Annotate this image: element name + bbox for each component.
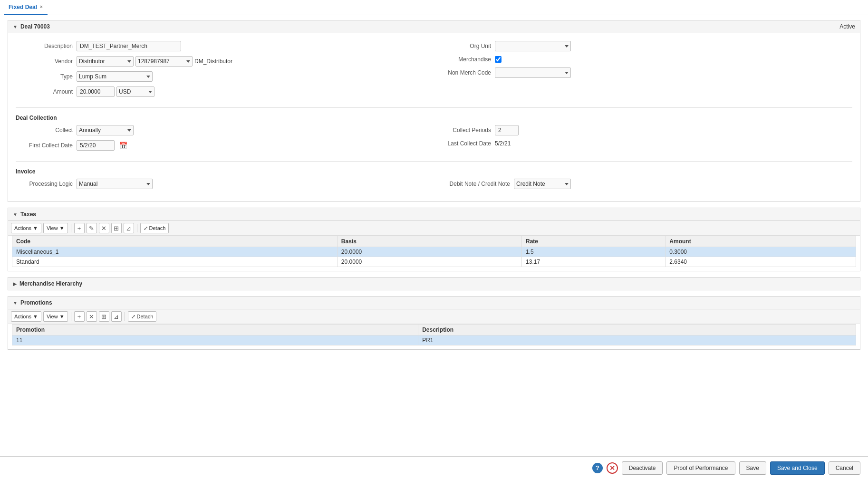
- deal-collection-right: Collect Periods Last Collect Date 5/2/21: [434, 123, 852, 157]
- type-select[interactable]: Lump Sum: [77, 71, 153, 82]
- invoice-right: Debit Note / Credit Note Credit Note: [434, 177, 852, 196]
- collect-select[interactable]: Annually: [77, 125, 134, 135]
- proof-of-performance-button[interactable]: Proof of Performance: [666, 461, 735, 475]
- cancel-button[interactable]: Cancel: [829, 461, 860, 475]
- vendor-name: DM_Distributor: [194, 58, 232, 65]
- taxes-grid-btn[interactable]: ⊞: [111, 223, 122, 233]
- non-merch-code-row: Non Merch Code: [434, 67, 852, 78]
- taxes-collapse-icon[interactable]: ▼: [13, 212, 18, 217]
- calendar-icon[interactable]: 📅: [119, 142, 127, 149]
- taxes-filter-btn[interactable]: ⊿: [124, 223, 134, 233]
- promotions-detach-btn[interactable]: ⤢ Detach: [128, 311, 157, 322]
- deal-status: Active: [839, 23, 855, 30]
- tab-label: Fixed Deal: [9, 4, 37, 10]
- deactivate-button[interactable]: Deactivate: [622, 461, 663, 475]
- taxes-cell-code: Standard: [12, 257, 338, 267]
- save-button[interactable]: Save: [739, 461, 766, 475]
- table-row[interactable]: 11 PR1: [12, 335, 856, 345]
- amount-input[interactable]: [77, 86, 115, 97]
- taxes-cell-amount: 2.6340: [665, 257, 856, 267]
- promotions-header-row: Promotion Description: [12, 325, 856, 335]
- collapse-icon[interactable]: ▼: [13, 24, 18, 29]
- description-input[interactable]: [77, 41, 181, 51]
- debit-credit-select[interactable]: Credit Note: [514, 179, 571, 189]
- collect-label: Collect: [16, 127, 73, 134]
- vendor-type-select[interactable]: Distributor: [77, 56, 134, 67]
- deal-section-header: ▼ Deal 70003 Active: [8, 20, 860, 33]
- taxes-table-wrapper: Code Basis Rate Amount Miscellaneous_1 2…: [8, 236, 860, 271]
- taxes-add-btn[interactable]: +: [74, 223, 85, 233]
- processing-logic-row: Processing Logic Manual: [16, 179, 434, 189]
- deal-form: Description Vendor Distributor 128798798…: [16, 39, 852, 104]
- taxes-cell-amount: 0.3000: [665, 247, 856, 257]
- description-label: Description: [16, 43, 73, 49]
- org-unit-row: Org Unit: [434, 41, 852, 51]
- vendor-row: Vendor Distributor 1287987987 DM_Distrib…: [16, 56, 434, 67]
- collect-periods-label: Collect Periods: [434, 127, 491, 134]
- non-merch-code-select[interactable]: [495, 67, 571, 78]
- processing-logic-select[interactable]: Manual: [77, 179, 153, 189]
- section-header-left: ▼ Deal 70003: [13, 23, 50, 30]
- deal-collection-label: Deal Collection: [16, 112, 852, 123]
- table-row[interactable]: Miscellaneous_1 20.0000 1.5 0.3000: [12, 247, 856, 257]
- table-row[interactable]: Standard 20.0000 13.17 2.6340: [12, 257, 856, 267]
- promotions-delete-btn[interactable]: ✕: [87, 311, 97, 322]
- taxes-detach-label: Detach: [149, 225, 166, 231]
- taxes-view-btn[interactable]: View ▼: [43, 223, 68, 233]
- promotions-view-btn[interactable]: View ▼: [43, 311, 68, 322]
- taxes-delete-btn[interactable]: ✕: [99, 223, 109, 233]
- promotions-collapse-icon[interactable]: ▼: [13, 300, 18, 306]
- processing-logic-label: Processing Logic: [16, 181, 73, 187]
- fixed-deal-tab[interactable]: Fixed Deal ×: [4, 0, 48, 15]
- taxes-view-chevron: ▼: [59, 225, 65, 231]
- taxes-cell-code: Miscellaneous_1: [12, 247, 338, 257]
- debit-credit-row: Debit Note / Credit Note Credit Note: [434, 179, 852, 189]
- promotions-actions-btn[interactable]: Actions ▼: [11, 311, 41, 322]
- taxes-cell-basis: 20.0000: [337, 257, 521, 267]
- invoice-label: Invoice: [16, 165, 852, 177]
- vendor-id-select[interactable]: 1287987987: [135, 56, 193, 67]
- merchandise-label: Merchandise: [434, 56, 491, 63]
- promotions-title: Promotions: [20, 299, 52, 306]
- first-collect-date-row: First Collect Date 📅: [16, 140, 434, 151]
- promotions-section-header: ▼ Promotions: [8, 297, 860, 309]
- invoice-left: Processing Logic Manual: [16, 177, 434, 196]
- taxes-toolbar-sep2: [137, 224, 137, 232]
- merch-hierarchy-section: ▶ Merchandise Hierarchy: [8, 277, 860, 290]
- promotions-table-head: Promotion Description: [12, 325, 856, 335]
- merch-hierarchy-header[interactable]: ▶ Merchandise Hierarchy: [8, 278, 860, 290]
- tab-bar: Fixed Deal ×: [0, 0, 868, 15]
- vendor-label: Vendor: [16, 58, 73, 65]
- taxes-col-rate: Rate: [522, 236, 665, 247]
- promotions-view-label: View: [47, 314, 58, 319]
- save-and-close-button[interactable]: Save and Close: [770, 461, 825, 475]
- collect-periods-input[interactable]: [495, 125, 519, 135]
- currency-select[interactable]: USD: [116, 86, 154, 97]
- taxes-toolbar: Actions ▼ View ▼ + ✎ ✕ ⊞ ⊿ ⤢ Detach: [8, 221, 860, 236]
- help-button[interactable]: ?: [592, 463, 603, 473]
- taxes-actions-btn[interactable]: Actions ▼: [11, 223, 41, 233]
- promotions-cell-description: PR1: [418, 335, 856, 345]
- amount-row: Amount USD: [16, 86, 434, 97]
- taxes-section: ▼ Taxes Actions ▼ View ▼ + ✎ ✕ ⊞ ⊿ ⤢ Det…: [8, 208, 860, 271]
- promotions-filter-btn[interactable]: ⊿: [111, 311, 122, 322]
- merch-hierarchy-collapse-icon[interactable]: ▶: [13, 281, 17, 287]
- promotions-grid-btn[interactable]: ⊞: [99, 311, 109, 322]
- first-collect-date-input[interactable]: [77, 140, 115, 151]
- promotions-actions-chevron: ▼: [33, 314, 38, 319]
- merchandise-checkbox[interactable]: [495, 56, 502, 63]
- close-x-button[interactable]: ✕: [607, 462, 618, 474]
- promotions-header-left: ▼ Promotions: [13, 299, 52, 306]
- tab-close-icon[interactable]: ×: [40, 5, 43, 10]
- amount-inputs: USD: [77, 86, 154, 97]
- taxes-col-amount: Amount: [665, 236, 856, 247]
- deal-form-right: Org Unit Merchandise Non Merch Code: [434, 39, 852, 104]
- taxes-edit-btn[interactable]: ✎: [87, 223, 97, 233]
- promotions-add-btn[interactable]: +: [74, 311, 85, 322]
- promotions-view-chevron: ▼: [59, 314, 65, 319]
- promotions-table-body: 11 PR1: [12, 335, 856, 345]
- org-unit-select[interactable]: [495, 41, 571, 51]
- taxes-detach-btn[interactable]: ⤢ Detach: [140, 223, 169, 233]
- amount-label: Amount: [16, 88, 73, 95]
- taxes-table-head: Code Basis Rate Amount: [12, 236, 856, 247]
